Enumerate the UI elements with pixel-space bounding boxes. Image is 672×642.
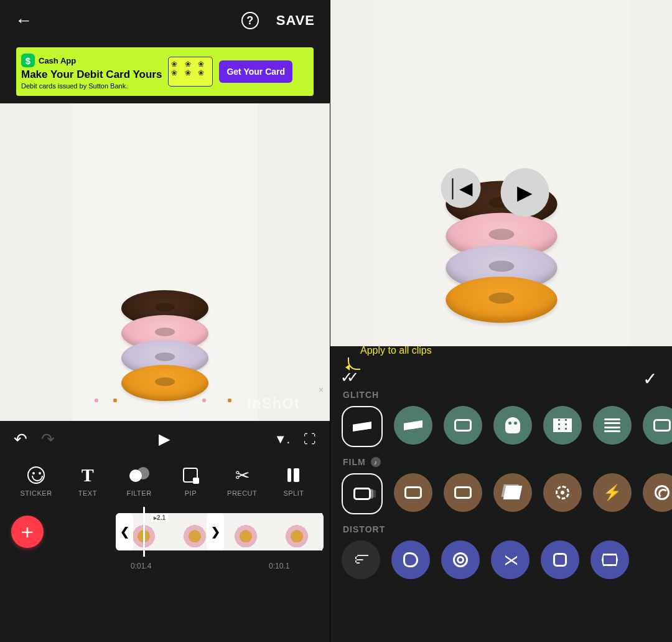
sticker-icon	[27, 466, 45, 484]
ring-icon	[453, 552, 468, 567]
redo-icon: ↷	[41, 430, 55, 449]
pincushion-icon	[602, 554, 618, 566]
effect-distort-pincushion[interactable]	[590, 541, 629, 579]
time-label: 0:10.1	[269, 562, 289, 570]
confirm-button[interactable]: ✓	[643, 369, 657, 389]
film-icon	[404, 486, 422, 499]
clip-thumbnail[interactable]	[220, 513, 271, 550]
effect-distort-lines[interactable]	[441, 541, 480, 579]
blob-icon	[403, 552, 418, 567]
category-label-film: FILM ♪	[343, 457, 661, 467]
effect-glitch-split[interactable]	[444, 406, 482, 445]
tool-sticker[interactable]: STICKER	[12, 466, 60, 497]
tool-label: FILTER	[127, 489, 152, 497]
keyframe-icon[interactable]: ▼.	[274, 432, 290, 446]
effect-glitch-shift[interactable]	[394, 406, 432, 445]
ad-title: Make Your Debit Card Yours	[21, 68, 162, 81]
effect-film-flash[interactable]: ⚡	[593, 473, 632, 512]
ghost-icon	[505, 417, 520, 433]
preview-crumbs	[72, 399, 258, 410]
header-actions: ? SAVE	[241, 12, 315, 29]
clip-thumbnail[interactable]	[271, 513, 322, 550]
bolt-icon: ⚡	[603, 484, 622, 501]
text-icon: T	[82, 465, 94, 486]
watermark-text: InShOt	[247, 395, 300, 412]
trim-handle-left[interactable]: ❮	[116, 513, 133, 550]
category-label-distort: DISTORT	[343, 524, 661, 534]
effect-film-frame-2[interactable]	[394, 473, 432, 512]
playhead[interactable]	[143, 507, 145, 557]
preview-overlay-controls: │◀ ▶	[441, 168, 549, 217]
ad-subtitle: Debit cards issued by Sutton Bank.	[21, 82, 162, 90]
effect-distort-swirl[interactable]: ೯	[342, 541, 380, 579]
film-icon	[353, 488, 371, 500]
film-icon	[454, 486, 472, 499]
tools-row: STICKER T TEXT FILTER PIP ✂ PRECUT SPLIT	[0, 457, 330, 501]
undo-icon[interactable]: ↶	[14, 430, 27, 449]
header: ← ? SAVE	[0, 0, 330, 41]
pip-icon	[183, 468, 198, 483]
effect-film-frame[interactable]	[342, 473, 383, 514]
close-watermark-icon[interactable]: ×	[319, 385, 324, 395]
ad-card-art	[168, 57, 213, 87]
glitch-icon	[454, 419, 472, 432]
editor-main-panel: ← ? SAVE $ Cash App Make Your Debit Card…	[0, 0, 330, 642]
effect-glitch-noise[interactable]	[342, 406, 383, 447]
pages-icon	[503, 486, 523, 499]
effect-glitch-brick[interactable]	[543, 406, 582, 445]
tool-label: PRECUT	[227, 489, 257, 497]
ad-banner[interactable]: $ Cash App Make Your Debit Card Yours De…	[16, 47, 314, 96]
hourglass-icon: Ⅹ	[501, 554, 520, 565]
timeline-track[interactable]: ▸2.1 ❮ ❯	[118, 513, 324, 550]
category-text: FILM	[343, 457, 366, 467]
tool-label: TEXT	[78, 489, 97, 497]
effect-film-pages[interactable]	[493, 473, 532, 512]
help-icon[interactable]: ?	[241, 12, 259, 29]
save-button[interactable]: SAVE	[276, 12, 315, 29]
effect-distort-hex[interactable]	[541, 541, 579, 579]
effect-glitch-blur[interactable]	[593, 406, 632, 445]
effect-glitch-edge[interactable]	[643, 406, 672, 445]
category-label-glitch: GLITCH	[343, 390, 661, 400]
precut-icon: ✂	[235, 465, 250, 486]
glitch-icon	[404, 420, 422, 430]
tool-label: STICKER	[20, 489, 52, 497]
lens-icon	[655, 485, 670, 500]
preview-canvas	[72, 103, 258, 421]
tool-label: PIP	[185, 489, 197, 497]
effect-glitch-ghost[interactable]	[493, 406, 532, 445]
play-icon[interactable]: ▶	[500, 168, 549, 217]
tool-precut[interactable]: ✂ PRECUT	[218, 466, 266, 497]
add-clip-button[interactable]: +	[11, 516, 44, 548]
tool-split[interactable]: SPLIT	[270, 466, 317, 497]
effect-film-frame-3[interactable]	[444, 473, 482, 512]
ad-cta-button[interactable]: Get Your Card	[219, 60, 292, 83]
tip-row: Apply to all clips ✓✓ ✓	[330, 346, 672, 384]
tool-text[interactable]: T TEXT	[64, 466, 111, 497]
tool-filter[interactable]: FILTER	[116, 466, 163, 497]
apply-all-button[interactable]: ✓✓	[340, 369, 353, 386]
back-icon[interactable]: ←	[15, 11, 32, 31]
play-icon[interactable]: ▶	[159, 430, 170, 448]
effect-preview[interactable]: │◀ ▶	[330, 0, 672, 346]
tool-pip[interactable]: PIP	[167, 466, 214, 497]
effects-list: GLITCH FILM ♪ ⚡ DISTORT ೯	[330, 384, 672, 642]
clip-speed-badge: ▸2.1	[151, 514, 168, 522]
timeline[interactable]: + ▸2.1 ❮ ❯ 0:01.4 0:10.1	[0, 501, 330, 642]
effect-distort-hourglass[interactable]: Ⅹ	[491, 541, 530, 579]
effect-distort-blob[interactable]	[391, 541, 430, 579]
music-icon: ♪	[371, 457, 381, 467]
effects-row-distort: ೯ Ⅹ	[342, 541, 661, 583]
effect-film-lens[interactable]	[643, 473, 672, 512]
video-preview[interactable]: × InShOt	[0, 103, 330, 421]
target-icon	[556, 486, 569, 499]
lines-icon	[604, 418, 620, 432]
brick-icon	[553, 418, 572, 432]
trim-handle-right[interactable]: ❯	[207, 513, 224, 550]
plus-icon: +	[21, 521, 34, 542]
tool-label: SPLIT	[283, 489, 304, 497]
skip-previous-icon[interactable]: │◀	[441, 168, 480, 208]
preview-content-image	[118, 301, 212, 401]
effect-film-target[interactable]	[543, 473, 582, 512]
fullscreen-icon[interactable]: ⛶	[304, 432, 316, 446]
